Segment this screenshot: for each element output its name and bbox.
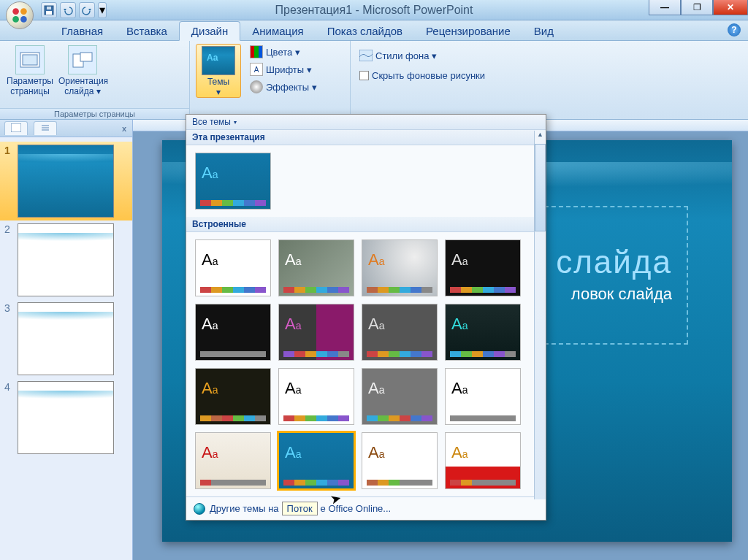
scroll-up-icon[interactable]: ▲	[535, 131, 546, 142]
checkbox-icon	[359, 71, 369, 80]
more-themes-online[interactable]: Другие темы на Поток e Office Online...	[186, 496, 546, 520]
tab-view[interactable]: Вид	[522, 22, 565, 40]
svg-point-0	[12, 8, 19, 15]
theme-swatch[interactable]: Aa	[195, 239, 271, 296]
page-params-icon	[15, 45, 45, 74]
theme-swatch[interactable]: Aa	[445, 239, 521, 296]
close-pane-button[interactable]: x	[122, 124, 126, 133]
group-themes: Темы▾ Цвета ▾ AШрифты ▾ Эффекты ▾	[190, 41, 351, 119]
this-presentation-header: Эта презентация	[186, 130, 546, 145]
theme-swatch[interactable]: Aa	[195, 304, 271, 361]
group-background: Стили фона ▾ Скрыть фоновые рисунки	[351, 41, 748, 119]
globe-icon	[194, 503, 205, 515]
theme-current[interactable]: Aa	[195, 153, 271, 210]
qat-save-icon[interactable]	[41, 2, 57, 18]
maximize-button[interactable]	[681, 0, 713, 15]
svg-rect-8	[23, 55, 37, 65]
window-controls	[649, 0, 748, 15]
bg-styles-button[interactable]: Стили фона ▾	[356, 48, 440, 63]
qat-more-icon[interactable]: ▾	[98, 2, 107, 18]
qat-redo-icon[interactable]	[79, 2, 95, 18]
theme-swatch[interactable]: Aa	[278, 368, 354, 425]
fonts-icon: A	[250, 63, 263, 76]
tab-home[interactable]: Главная	[50, 22, 115, 40]
scroll-thumb[interactable]	[535, 144, 546, 231]
colors-icon	[250, 45, 263, 58]
theme-swatch[interactable]: Aa	[445, 368, 521, 425]
title-bar: ▾ Презентация1 - Microsoft PowerPoint	[0, 0, 748, 20]
tooltip-inline: Поток	[282, 502, 318, 515]
fonts-button[interactable]: AШрифты ▾	[247, 61, 320, 77]
hide-bg-checkbox[interactable]: Скрыть фоновые рисунки	[356, 69, 488, 83]
thumb-preview	[18, 302, 114, 375]
thumb-pane-tabs: x	[0, 120, 132, 137]
tab-animation[interactable]: Анимация	[240, 22, 315, 40]
page-params-label: Параметры страницы	[6, 76, 54, 96]
theme-thumbnail-icon	[202, 46, 235, 75]
theme-swatch[interactable]: Aa	[195, 368, 271, 425]
svg-rect-5	[46, 11, 52, 15]
themes-label: Темы▾	[196, 77, 240, 97]
help-icon[interactable]: ?	[728, 23, 741, 37]
quick-access-toolbar: ▾	[41, 2, 107, 18]
theme-swatch[interactable]: Aa	[362, 432, 438, 489]
tab-slideshow[interactable]: Показ слайдов	[316, 22, 414, 40]
svg-rect-10	[80, 53, 92, 61]
ribbon-tabs: Главная Вставка Дизайн Анимация Показ сл…	[0, 20, 748, 41]
close-button[interactable]	[713, 0, 748, 15]
svg-point-2	[12, 16, 19, 23]
svg-point-1	[20, 8, 27, 15]
minimize-button[interactable]	[649, 0, 681, 15]
theme-swatch[interactable]: Aa	[278, 304, 354, 361]
slide-thumb-1[interactable]: 1	[0, 142, 132, 220]
outline-tab-icon[interactable]	[34, 121, 57, 135]
slide-thumbnail-pane: x 1 2 3 4	[0, 120, 133, 560]
qat-undo-icon[interactable]	[60, 2, 76, 18]
slide-thumb-3[interactable]: 3	[0, 299, 132, 378]
theme-swatch[interactable]: Aa	[445, 304, 521, 361]
bg-styles-icon	[359, 50, 373, 61]
thumb-preview	[18, 145, 114, 218]
thumb-preview	[18, 223, 114, 296]
theme-swatch[interactable]: Aa	[362, 368, 438, 425]
slide-thumb-4[interactable]: 4	[0, 378, 132, 457]
slides-tab-icon[interactable]	[4, 121, 28, 135]
office-button[interactable]	[6, 1, 34, 29]
svg-rect-6	[47, 7, 51, 9]
thumb-preview	[18, 381, 114, 454]
ribbon: Параметры страницы Ориентация слайда ▾ П…	[0, 41, 748, 120]
all-themes-header[interactable]: Все темы	[186, 115, 546, 130]
dropdown-scrollbar[interactable]: ▲	[534, 131, 546, 499]
themes-dropdown: Все темы Эта презентация Aa Встроенные A…	[186, 114, 546, 521]
tab-insert[interactable]: Вставка	[115, 22, 179, 40]
theme-swatch[interactable]: Aa	[445, 432, 521, 489]
page-params-button[interactable]: Параметры страницы	[6, 44, 54, 96]
theme-swatch[interactable]: Aa	[362, 304, 438, 361]
tab-design[interactable]: Дизайн	[179, 21, 240, 41]
svg-rect-12	[11, 123, 21, 132]
theme-swatch[interactable]: Aa	[278, 239, 354, 296]
group-page-label: Параметры страницы	[0, 108, 189, 119]
orientation-button[interactable]: Ориентация слайда ▾	[58, 44, 107, 96]
group-page-setup: Параметры страницы Ориентация слайда ▾ П…	[0, 41, 190, 119]
colors-button[interactable]: Цвета ▾	[247, 44, 320, 60]
theme-swatch[interactable]: Aa	[362, 239, 438, 296]
effects-icon	[250, 80, 263, 93]
thumbnail-list: 1 2 3 4	[0, 137, 132, 461]
tab-review[interactable]: Рецензирование	[414, 22, 522, 40]
orientation-icon	[68, 45, 97, 74]
svg-point-3	[20, 16, 27, 23]
slide-thumb-2[interactable]: 2	[0, 220, 132, 299]
orientation-label: Ориентация слайда ▾	[58, 76, 107, 96]
theme-swatch-flow[interactable]: Aa	[278, 432, 354, 489]
builtin-theme-grid: Aa Aa Aa Aa Aa Aa Aa Aa Aa Aa Aa Aa Aa A…	[186, 232, 546, 496]
theme-swatch[interactable]: Aa	[195, 432, 271, 489]
builtin-header: Встроенные	[186, 217, 546, 232]
effects-button[interactable]: Эффекты ▾	[247, 79, 320, 95]
window-title: Презентация1 - Microsoft PowerPoint	[275, 4, 473, 17]
themes-gallery-button[interactable]: Темы▾	[196, 44, 241, 98]
